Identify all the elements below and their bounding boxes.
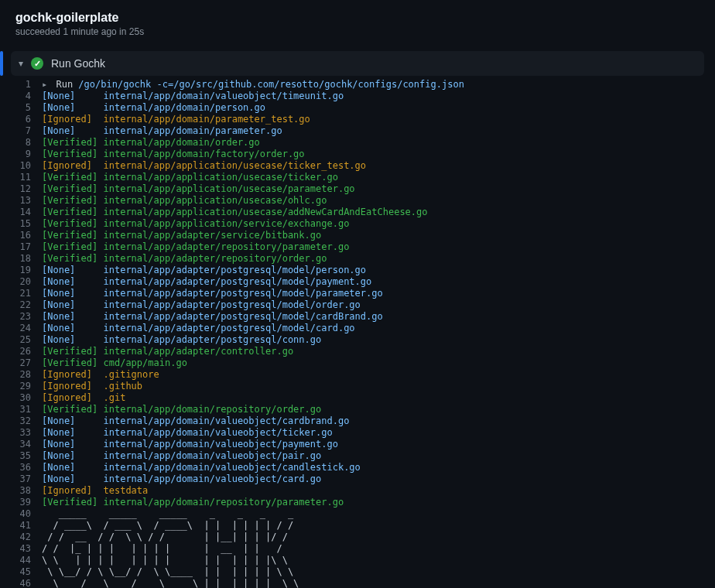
log-line: 29[Ignored] .github	[11, 381, 704, 392]
log-line: 39[Verified] internal/app/domain/reposit…	[11, 497, 704, 508]
file-path: internal/app/adapter/service/bitbank.go	[103, 230, 321, 241]
log-line: 17[Verified] internal/app/adapter/reposi…	[11, 241, 704, 253]
file-path: internal/app/application/usecase/ticker_…	[103, 160, 366, 172]
line-number: 35	[11, 450, 42, 462]
ascii-art: / ____\ / ___ \ / ____\ | | | | | | / /	[42, 520, 293, 532]
file-path: internal/app/adapter/postgresql/conn.go	[103, 334, 321, 346]
file-path: .gitignore	[103, 369, 159, 381]
file-path: internal/app/application/usecase/paramet…	[103, 183, 354, 195]
status-tag: [None]	[42, 415, 103, 427]
status-tag: [None]	[42, 125, 103, 137]
file-path: .git	[103, 392, 125, 404]
status-tag: [Verified]	[42, 241, 103, 253]
line-number: 44	[11, 555, 42, 566]
log-line: 45 \ \__/ / \ \__/ / \ \____ | | | | | |…	[11, 566, 704, 578]
status-tag: [Ignored]	[42, 485, 103, 497]
line-number: 19	[11, 265, 42, 276]
line-number: 37	[11, 473, 42, 485]
line-number: 13	[11, 195, 42, 207]
step-header[interactable]: ▾ ✓ Run Gochk	[11, 51, 704, 76]
log-line: 5[None] internal/app/domain/person.go	[11, 102, 704, 114]
log-line: 44\ \ | | | | | | | | | | | | | |\ \	[11, 555, 704, 566]
disclosure-triangle-icon[interactable]: ▸	[42, 79, 56, 91]
workflow-subtitle: succeeded 1 minute ago in 25s	[15, 26, 700, 37]
status-tag: [Verified]	[42, 253, 103, 265]
workflow-header: gochk-goilerplate succeeded 1 minute ago…	[0, 0, 715, 45]
status-tag: [None]	[42, 439, 103, 450]
chevron-down-icon[interactable]: ▾	[19, 58, 23, 69]
file-path: internal/app/domain/person.go	[103, 102, 265, 114]
file-path: internal/app/adapter/controller.go	[103, 346, 293, 357]
log-line: 1▸ Run /go/bin/gochk -c=/go/src/github.c…	[11, 79, 704, 91]
workflow-title: gochk-goilerplate	[15, 11, 700, 25]
line-number: 17	[11, 241, 42, 253]
log-line: 31[Verified] internal/app/domain/reposit…	[11, 404, 704, 415]
log-line: 15[Verified] internal/app/application/se…	[11, 218, 704, 230]
status-tag: [Ignored]	[42, 369, 103, 381]
status-tag: [Verified]	[42, 149, 103, 160]
log-line: 11[Verified] internal/app/application/us…	[11, 172, 704, 183]
line-number: 10	[11, 160, 42, 172]
line-number: 1	[11, 79, 42, 91]
line-number: 45	[11, 566, 42, 578]
line-number: 43	[11, 543, 42, 555]
file-path: internal/app/adapter/postgresql/model/or…	[103, 299, 360, 311]
status-tag: [None]	[42, 91, 103, 102]
status-tag: [Verified]	[42, 497, 103, 508]
log-line: 28[Ignored] .gitignore	[11, 369, 704, 381]
log-line: 30[Ignored] .git	[11, 392, 704, 404]
log-line: 27[Verified] cmd/app/main.go	[11, 357, 704, 369]
log-line: 41 / ____\ / ___ \ / ____\ | | | | | | /…	[11, 520, 704, 532]
line-number: 34	[11, 439, 42, 450]
log-line: 33[None] internal/app/domain/valueobject…	[11, 427, 704, 439]
log-line: 13[Verified] internal/app/application/us…	[11, 195, 704, 207]
status-tag: [Verified]	[42, 172, 103, 183]
status-tag: [Ignored]	[42, 114, 103, 125]
status-tag: [None]	[42, 276, 103, 288]
line-number: 5	[11, 102, 42, 114]
line-number: 15	[11, 218, 42, 230]
log-line: 7[None] internal/app/domain/parameter.go	[11, 125, 704, 137]
log-line: 42 / / __ / / \ \ / / | |__| | | |/ /	[11, 532, 704, 543]
subtitle-duration: 25s	[129, 26, 144, 37]
line-number: 29	[11, 381, 42, 392]
status-tag: [Verified]	[42, 357, 103, 369]
line-number: 20	[11, 276, 42, 288]
file-path: internal/app/application/usecase/addNewC…	[103, 207, 427, 218]
status-tag: [None]	[42, 462, 103, 473]
ascii-art: _____ _____ _____ _ _ _ _	[42, 508, 293, 520]
line-number: 24	[11, 323, 42, 334]
status-tag: [Ignored]	[42, 381, 103, 392]
log-line: 25[None] internal/app/adapter/postgresql…	[11, 334, 704, 346]
log-line: 36[None] internal/app/domain/valueobject…	[11, 462, 704, 473]
status-tag: [None]	[42, 334, 103, 346]
subtitle-status: succeeded	[15, 26, 63, 37]
log-line: 35[None] internal/app/domain/valueobject…	[11, 450, 704, 462]
status-tag: [None]	[42, 265, 103, 276]
log-line: 14[Verified] internal/app/application/us…	[11, 207, 704, 218]
status-tag: [Verified]	[42, 137, 103, 149]
file-path: internal/app/adapter/postgresql/model/pa…	[103, 276, 371, 288]
ascii-art: / / |_ | | | | | | | | __ | | /	[42, 543, 282, 555]
file-path: cmd/app/main.go	[103, 357, 186, 369]
line-number: 14	[11, 207, 42, 218]
line-number: 42	[11, 532, 42, 543]
status-tag: [None]	[42, 450, 103, 462]
log-line: 37[None] internal/app/domain/valueobject…	[11, 473, 704, 485]
line-number: 16	[11, 230, 42, 241]
log-line: 22[None] internal/app/adapter/postgresql…	[11, 299, 704, 311]
status-tag: [None]	[42, 102, 103, 114]
file-path: internal/app/domain/valueobject/payment.…	[103, 439, 337, 450]
log-line: 16[Verified] internal/app/adapter/servic…	[11, 230, 704, 241]
line-number: 11	[11, 172, 42, 183]
file-path: internal/app/application/usecase/ticker.…	[103, 172, 337, 183]
file-path: internal/app/domain/order.go	[103, 137, 259, 149]
file-path: .github	[103, 381, 142, 392]
subtitle-in: in	[117, 26, 129, 37]
file-path: internal/app/domain/repository/parameter…	[103, 497, 344, 508]
status-tag: [Verified]	[42, 346, 103, 357]
file-path: internal/app/domain/valueobject/card.go	[103, 473, 321, 485]
log-line: 26[Verified] internal/app/adapter/contro…	[11, 346, 704, 357]
step-name: Run Gochk	[51, 57, 105, 70]
ascii-art: \ \__/ / \ \__/ / \ \____ | | | | | | \ …	[42, 566, 293, 578]
